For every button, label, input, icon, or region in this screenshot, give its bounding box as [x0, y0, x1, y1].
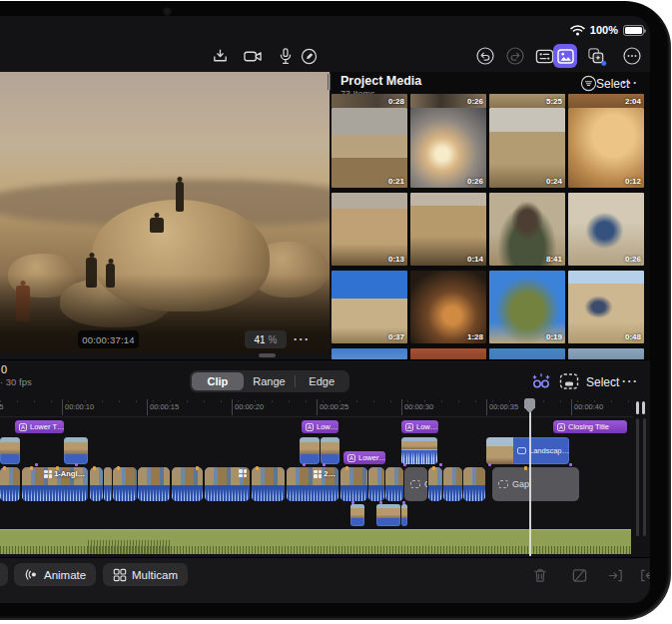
media-browser-button[interactable] [553, 44, 577, 68]
media-thumbnail[interactable]: 0:12 [568, 108, 644, 188]
connect-dot[interactable] [303, 463, 306, 466]
connect-dot[interactable] [488, 463, 491, 466]
clip-marker[interactable] [3, 466, 6, 470]
connected-clip[interactable] [0, 437, 20, 464]
storyline-clip[interactable] [340, 467, 367, 501]
mode-clip[interactable]: Clip [192, 372, 244, 390]
blade-split-icon[interactable] [569, 565, 589, 585]
storyline-clip[interactable] [172, 467, 203, 501]
media-thumbnail[interactable]: 0:28 [332, 94, 407, 108]
delete-icon[interactable] [530, 565, 550, 585]
media-thumbnail[interactable]: 0:26 [410, 108, 486, 188]
media-thumbnail[interactable] [410, 348, 486, 359]
gap-clip[interactable]: Gap [492, 467, 579, 501]
connect-dot[interactable] [323, 463, 326, 466]
connect-dot[interactable] [439, 463, 442, 466]
viewer-more-button[interactable]: ··· [294, 332, 311, 346]
storyline-clip[interactable]: 1-Angl… [22, 467, 88, 501]
media-thumbnail[interactable]: 0:26 [410, 94, 486, 108]
connect-dot[interactable] [35, 463, 38, 466]
media-thumbnail[interactable]: 0:13 [332, 193, 407, 266]
storyline-clip[interactable] [368, 467, 384, 501]
timeline-more-button[interactable]: ··· [622, 374, 639, 388]
media-thumbnail[interactable]: 0:14 [410, 193, 486, 266]
storyline-clip[interactable] [90, 467, 103, 501]
media-thumbnail[interactable]: 0:37 [332, 271, 407, 343]
storyline-clip[interactable]: 2… [287, 467, 338, 501]
gap-clip[interactable]: G… [404, 467, 427, 501]
storyline-clip[interactable] [205, 467, 250, 501]
storyline-clip[interactable] [104, 467, 112, 501]
media-thumbnail[interactable]: 0:19 [489, 271, 565, 343]
media-thumbnail[interactable]: 0:26 [568, 193, 644, 266]
connect-dot[interactable] [402, 501, 405, 504]
media-thumbnail[interactable]: 5:25 [489, 94, 565, 108]
media-thumbnail[interactable]: 1:28 [410, 271, 486, 343]
connected-clip-below[interactable] [350, 504, 364, 526]
more-button[interactable] [620, 44, 644, 68]
title-clip[interactable]: AClosing Title [553, 420, 627, 433]
media-thumbnail[interactable]: 0:48 [568, 271, 644, 343]
multicam-button[interactable]: Multicam [103, 563, 188, 586]
connect-dot[interactable] [403, 463, 406, 466]
clip-marker[interactable] [56, 466, 59, 470]
connect-dot[interactable] [351, 501, 354, 504]
connected-clip[interactable] [300, 437, 320, 464]
timeline-select-button[interactable]: Select [586, 375, 619, 389]
storyline-clip[interactable] [252, 467, 285, 501]
trim-insert-left-icon[interactable] [637, 565, 650, 585]
viewer[interactable] [0, 72, 330, 352]
media-thumbnail[interactable] [332, 348, 407, 359]
trim-insert-right-icon[interactable] [605, 565, 625, 585]
connected-clip[interactable]: Landscap… [486, 437, 569, 464]
scrollbar-track[interactable] [643, 418, 646, 536]
mode-edge[interactable]: Edge [296, 372, 347, 390]
title-clip[interactable]: ALower… [343, 451, 385, 464]
timecode-display[interactable]: 00:00:37:14 [78, 330, 139, 348]
partial-button[interactable] [0, 563, 8, 586]
effects-button[interactable] [584, 44, 608, 68]
timeline-vertical-scroll-handle[interactable] [636, 400, 648, 418]
connected-clip-below[interactable] [376, 504, 400, 526]
clip-marker[interactable] [196, 466, 199, 470]
clip-marker[interactable] [256, 466, 259, 470]
media-thumbnail[interactable] [568, 348, 644, 359]
connected-clip-below[interactable] [401, 504, 407, 526]
viewer-timeline-divider-handle[interactable] [259, 353, 276, 357]
media-thumbnail[interactable]: 0:21 [332, 108, 407, 188]
redo-button[interactable] [503, 44, 527, 68]
title-clip[interactable]: ALower T… [15, 420, 64, 433]
clip-marker[interactable] [117, 466, 120, 470]
media-thumbnail[interactable]: 8:41 [489, 193, 565, 266]
undo-button[interactable] [473, 44, 497, 68]
storyline-clip[interactable] [443, 467, 462, 501]
overlay-view-icon[interactable] [559, 372, 579, 394]
media-thumbnail[interactable]: 0:24 [489, 108, 565, 188]
mic-button[interactable] [274, 44, 298, 68]
clip-marker[interactable] [345, 466, 348, 470]
storyline-clip[interactable] [463, 467, 485, 501]
camera-button[interactable] [241, 44, 265, 68]
panel-resize-handle[interactable] [328, 74, 331, 90]
zoom-level-control[interactable]: 41 % [245, 330, 287, 348]
storyline-clip[interactable] [428, 467, 442, 501]
media-thumbnail[interactable]: 2:04 [568, 94, 644, 108]
title-clip[interactable]: ALow… [401, 420, 438, 433]
scrollbar-track[interactable] [636, 418, 639, 536]
timeline-ruler[interactable]: 0500:00:1000:00:1500:00:2000:00:2500:00:… [0, 398, 633, 417]
animate-button[interactable]: Animate [14, 563, 96, 586]
pencil-annotate-button[interactable] [297, 44, 321, 68]
skimming-icon[interactable] [530, 370, 552, 396]
connected-clip[interactable] [401, 437, 437, 464]
clip-marker[interactable] [432, 466, 435, 470]
media-more-button[interactable]: ··· [622, 76, 639, 90]
connected-clip[interactable] [64, 437, 88, 464]
media-thumbnail[interactable] [489, 348, 565, 359]
storyline-clip[interactable] [138, 467, 170, 501]
clip-marker[interactable] [30, 466, 33, 470]
clip-marker[interactable] [93, 466, 96, 470]
import-button[interactable] [208, 44, 232, 68]
connected-clip[interactable] [321, 437, 339, 464]
clip-marker[interactable] [524, 466, 527, 470]
filter-icon[interactable] [580, 75, 597, 96]
